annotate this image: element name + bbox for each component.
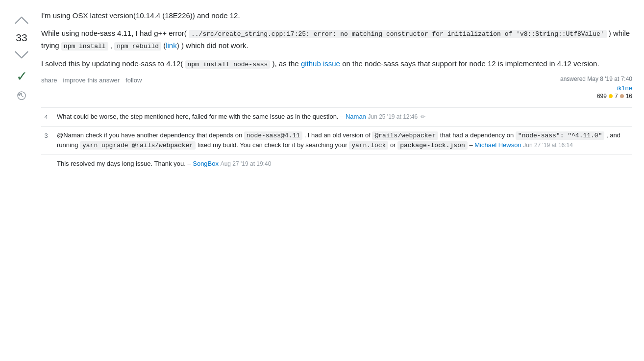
- history-icon[interactable]: [17, 91, 26, 100]
- follow-button[interactable]: follow: [125, 77, 142, 84]
- comment-2-time: Jun 27 '19 at 16:14: [523, 142, 573, 149]
- comment-1-body: What could be worse, the step mentioned …: [57, 112, 632, 122]
- comment-2-user[interactable]: Michael Hewson: [474, 141, 521, 149]
- comment-3-body: This resolved my days long issue. Thank …: [57, 159, 632, 169]
- comment-2-code-6: package-lock.json: [397, 141, 468, 150]
- comment-3: This resolved my days long issue. Thank …: [41, 155, 632, 173]
- bronze-count: 16: [626, 93, 632, 100]
- comment-1-time: Jun 25 '19 at 12:46: [368, 113, 418, 120]
- answer-links: share improve this answer follow: [41, 76, 142, 84]
- comment-2-code-3: "node-sass": "^4.11.0": [516, 131, 605, 140]
- paragraph-2: While using node-sass 4.11, I had g++ er…: [41, 27, 632, 52]
- answer-footer: share improve this answer follow answere…: [41, 76, 632, 100]
- paragraph-1: I'm using OSX latest version(10.14.4 (18…: [41, 10, 632, 22]
- paragraph-3: I solved this by updating node-sass to 4…: [41, 58, 632, 70]
- answer-body: I'm using OSX latest version(10.14.4 (18…: [41, 10, 632, 172]
- comment-2: 3 @Naman check if you have another depen…: [41, 126, 632, 155]
- error-code-inline: ../src/create_string.cpp:17:25: error: n…: [189, 30, 607, 38]
- comment-1-user[interactable]: Naman: [346, 113, 366, 120]
- rep-score: 699: [597, 93, 607, 100]
- comment-1-edit-icon[interactable]: ✏: [421, 113, 425, 120]
- comment-2-code-5: yarn.lock: [349, 141, 388, 150]
- vote-column: 33 ✓: [10, 10, 33, 172]
- improve-answer-button[interactable]: improve this answer: [63, 77, 120, 84]
- user-rep: 699 7 16: [597, 93, 632, 100]
- comment-2-vote[interactable]: 3: [41, 130, 51, 151]
- gold-count: 7: [615, 93, 618, 100]
- answer-container: 33 ✓ I'm using OSX latest version(10.14.…: [10, 10, 632, 172]
- comment-3-user[interactable]: SongBox: [193, 160, 219, 167]
- user-info: ik1ne 699 7 16: [560, 84, 632, 100]
- user-name-link[interactable]: ik1ne: [617, 84, 632, 92]
- comment-2-code-4: yarn upgrade @rails/webpacker: [80, 141, 196, 150]
- upvote-button[interactable]: [13, 12, 30, 29]
- answer-meta: answered May 8 '19 at 7:40 ik1ne 699 7 1…: [560, 76, 632, 100]
- comment-2-code-1: node-sass@4.11: [244, 131, 302, 140]
- comment-2-code-2: @rails/webpacker: [372, 131, 438, 140]
- comments-section: 4 What could be worse, the step mentione…: [41, 107, 632, 172]
- npm-install-code: npm install: [61, 42, 108, 51]
- npm-install-node-sass-code: npm install node-sass: [185, 60, 271, 69]
- comment-3-time: Aug 27 '19 at 19:40: [221, 160, 272, 167]
- vote-count: 33: [16, 32, 27, 43]
- answered-text: answered May 8 '19 at 7:40: [560, 76, 632, 82]
- gold-badge-dot: [609, 94, 613, 98]
- github-issue-link[interactable]: github issue: [301, 59, 340, 68]
- comment-1: 4 What could be worse, the step mentione…: [41, 107, 632, 126]
- downvote-button[interactable]: [13, 46, 30, 63]
- comment-3-vote: [41, 159, 51, 169]
- answer-text: I'm using OSX latest version(10.14.4 (18…: [41, 10, 632, 70]
- comment-1-vote[interactable]: 4: [41, 112, 51, 122]
- share-button[interactable]: share: [41, 77, 57, 84]
- bronze-badge-dot: [620, 94, 624, 98]
- npm-rebuild-code: npm rebuild: [114, 42, 161, 51]
- link-anchor[interactable]: link: [166, 41, 177, 50]
- comment-2-body: @Naman check if you have another depende…: [57, 130, 632, 151]
- accepted-check: ✓: [16, 68, 27, 84]
